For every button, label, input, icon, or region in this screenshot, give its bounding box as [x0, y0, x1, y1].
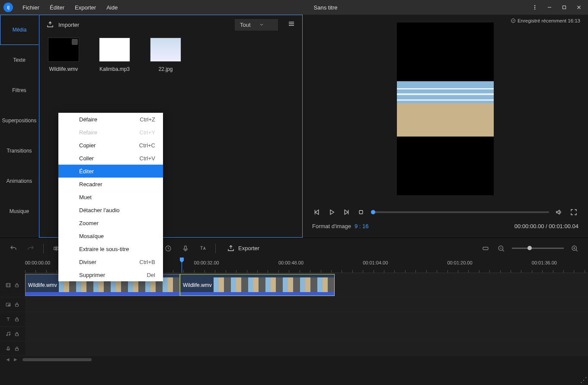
timeline-clip[interactable]: Wildlife.wmv	[180, 274, 335, 296]
context-item-coller[interactable]: CollerCtrl+V	[58, 152, 163, 165]
media-item-label: Kalimba.mp3	[97, 66, 132, 72]
context-item-mosa-que[interactable]: Mosaïque	[58, 229, 163, 242]
window-controls	[529, 2, 585, 13]
preview-viewport	[397, 22, 494, 195]
zoom-in-button[interactable]	[570, 244, 579, 253]
lock-icon[interactable]	[14, 331, 20, 337]
context-item--diter[interactable]: Éditer	[58, 165, 163, 178]
format-value[interactable]: 9 : 16	[355, 223, 369, 229]
resize-grip-icon[interactable]: ⋰	[580, 376, 587, 384]
pip-track-body[interactable]	[25, 297, 588, 312]
context-item-zoomer[interactable]: Zoomer	[58, 216, 163, 229]
context-item-extraire-le-sous-titre[interactable]: Extraire le sous-titre	[58, 242, 163, 255]
video-track-head	[0, 273, 25, 297]
preview-panel: Enregistré récemment 16:13 Format d'imag…	[303, 15, 588, 238]
svg-marker-11	[315, 210, 319, 215]
tts-button[interactable]	[198, 244, 208, 253]
context-item-muet[interactable]: Muet	[58, 191, 163, 204]
voice-track-body[interactable]	[25, 341, 588, 356]
svg-rect-48	[16, 304, 19, 306]
context-item-supprimer[interactable]: SupprimerDel	[58, 268, 163, 281]
sidebar-tab-média[interactable]: Média	[0, 15, 38, 45]
export-button[interactable]: Exporter	[227, 245, 259, 252]
prev-frame-button[interactable]	[312, 207, 322, 217]
context-item-label: Refaire	[79, 129, 97, 136]
svg-rect-53	[7, 347, 9, 349]
titlebar: i| FichierÉditerExporterAide Sans titre	[0, 0, 588, 15]
text-icon	[5, 316, 11, 322]
context-item-copier[interactable]: CopierCtrl+C	[58, 139, 163, 152]
scroll-left-arrow[interactable]: ◄	[5, 356, 10, 363]
next-frame-button[interactable]	[342, 207, 351, 217]
media-item[interactable]: Kalimba.mp3	[97, 38, 132, 72]
left-sidebar: MédiaTexteFiltresSuperpositionsTransitio…	[0, 15, 39, 238]
playhead[interactable]	[182, 258, 182, 273]
media-filter-select[interactable]: Tout	[235, 19, 278, 31]
menu-fichier[interactable]: Fichier	[18, 3, 44, 13]
play-button[interactable]	[327, 207, 336, 217]
maximize-icon[interactable]	[559, 2, 570, 13]
lock-icon[interactable]	[14, 346, 20, 352]
menu-aide[interactable]: Aide	[102, 3, 122, 13]
timeline-scroll: ◄ ►	[0, 356, 588, 363]
context-item-shortcut: Ctrl+Y	[140, 129, 155, 136]
fit-button[interactable]	[481, 244, 490, 253]
music-icon	[5, 331, 11, 337]
context-item-d-tacher-l-audio[interactable]: Détacher l'audio	[58, 204, 163, 216]
lock-icon[interactable]	[14, 316, 20, 322]
media-item[interactable]: 22.jpg	[148, 38, 183, 72]
playback-controls	[310, 207, 580, 217]
stop-button[interactable]	[356, 207, 366, 217]
context-item-label: Détacher l'audio	[79, 207, 120, 213]
sidebar-tab-transitions[interactable]: Transitions	[0, 136, 38, 166]
volume-icon[interactable]	[554, 207, 564, 217]
fullscreen-icon[interactable]	[569, 207, 578, 217]
sidebar-tab-musique[interactable]: Musique	[0, 196, 38, 226]
sidebar-tab-animations[interactable]: Animations	[0, 166, 38, 196]
svg-rect-45	[16, 285, 19, 287]
zoom-out-button[interactable]	[496, 244, 506, 253]
context-item-label: Supprimer	[79, 272, 105, 278]
svg-point-0	[534, 5, 535, 6]
more-icon[interactable]	[529, 2, 540, 13]
svg-rect-47	[8, 305, 10, 305]
clip-label: Wildlife.wmv	[28, 282, 57, 288]
scroll-right-arrow[interactable]: ►	[13, 356, 18, 363]
context-item-recadrer[interactable]: Recadrer	[58, 178, 163, 191]
minimize-icon[interactable]	[544, 2, 555, 13]
mic-button[interactable]	[181, 244, 190, 253]
preview-progress[interactable]	[371, 211, 549, 213]
svg-marker-13	[330, 210, 334, 215]
context-item-label: Zoomer	[79, 220, 99, 226]
sidebar-tab-texte[interactable]: Texte	[0, 45, 38, 75]
context-item-d-faire[interactable]: DéfaireCtrl+Z	[58, 113, 163, 126]
lock-icon[interactable]	[14, 282, 20, 288]
menu-éditer[interactable]: Éditer	[45, 3, 69, 13]
import-button[interactable]: Importer	[46, 21, 79, 29]
horizontal-scrollbar[interactable]	[22, 358, 92, 361]
media-item-label: 22.jpg	[148, 66, 183, 72]
lock-icon[interactable]	[14, 302, 20, 308]
context-item-label: Muet	[79, 194, 92, 200]
sidebar-tab-filtres[interactable]: Filtres	[0, 75, 38, 105]
zoom-slider[interactable]	[512, 248, 564, 249]
context-item-label: Éditer	[79, 168, 94, 175]
context-item-diviser[interactable]: DiviserCtrl+B	[58, 255, 163, 268]
svg-rect-34	[483, 247, 488, 250]
list-view-icon[interactable]	[288, 20, 295, 29]
filter-selected-label: Tout	[240, 22, 251, 28]
close-icon[interactable]	[573, 2, 585, 13]
preview-frame	[397, 81, 494, 137]
check-circle-icon	[511, 18, 516, 23]
duration-button[interactable]	[163, 244, 173, 253]
undo-button[interactable]	[9, 244, 18, 253]
redo-button[interactable]	[26, 244, 35, 253]
clip-label: Wildlife.wmv	[183, 282, 212, 288]
audio-track-body[interactable]	[25, 327, 588, 341]
text-track-body[interactable]	[25, 312, 588, 326]
sidebar-tab-superpositions[interactable]: Superpositions	[0, 105, 38, 136]
save-status: Enregistré récemment 16:13	[511, 18, 580, 23]
media-item[interactable]: Wildlife.wmv	[46, 38, 81, 72]
export-label: Exporter	[238, 245, 259, 251]
menu-exporter[interactable]: Exporter	[70, 3, 100, 13]
